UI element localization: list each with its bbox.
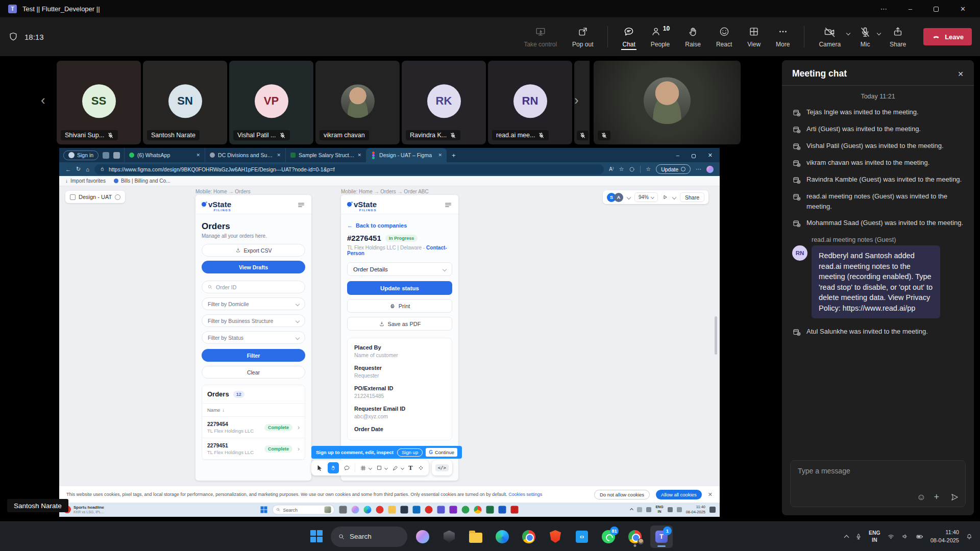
taskbar-file-explorer-icon[interactable] [464, 525, 487, 548]
participant-tile[interactable]: RK Ravindra K... [402, 61, 486, 144]
app-icon[interactable] [450, 506, 457, 514]
taskbar-edge-icon[interactable] [491, 525, 513, 548]
hamburger-menu-icon[interactable] [297, 201, 305, 209]
tab-close-icon[interactable]: ✕ [438, 153, 443, 158]
tray-icon[interactable] [646, 507, 651, 512]
start-button-icon[interactable] [310, 530, 324, 543]
app-icon[interactable] [437, 506, 445, 514]
hand-tool-icon[interactable] [328, 462, 339, 473]
window-maximize-icon[interactable] [934, 7, 939, 12]
workspaces-icon[interactable] [103, 152, 109, 159]
save-as-pdf-button[interactable]: Save as PDF [347, 317, 452, 331]
mic-button[interactable]: Mic [858, 24, 872, 50]
filmstrip-next-icon[interactable]: › [574, 92, 579, 108]
share-screen-button[interactable]: Share [889, 24, 907, 50]
figma-frame-order-detail[interactable]: vStateFILINGS ←Back to companies #227645… [341, 195, 458, 481]
taskbar-whatsapp-icon[interactable]: 81 [597, 525, 620, 548]
outlook-icon[interactable] [413, 506, 421, 514]
order-row[interactable]: 2279454TL Flex Holdings LLC Complete › [202, 417, 305, 438]
tray-expand-icon[interactable] [844, 535, 849, 540]
cursor-tool-icon[interactable] [316, 464, 323, 471]
pen-tool-icon[interactable] [392, 465, 399, 471]
shape-tool-icon[interactable] [376, 465, 382, 471]
shared-clock[interactable]: 11:4008-04-2025 [686, 505, 705, 515]
sort-arrow-icon[interactable]: ↓ [222, 407, 225, 413]
chevron-down-icon[interactable] [401, 466, 404, 469]
frame-label[interactable]: Mobile: Home → Orders [195, 189, 251, 194]
browser-tab-dc-divisions[interactable]: DC Divisions and Surroundings✕ [205, 148, 285, 162]
camera-button[interactable]: Camera [818, 24, 842, 50]
filter-domicile-dropdown[interactable]: Filter by Domicile [202, 297, 305, 310]
collaborator-avatar[interactable]: A [614, 193, 623, 202]
participant-tile[interactable]: SS Shivani Sup... [57, 61, 141, 144]
participant-tile[interactable]: RN read.ai mee... [488, 61, 572, 144]
back-icon[interactable]: ← [65, 166, 71, 172]
print-button[interactable]: Print [347, 299, 452, 313]
leave-button[interactable]: Leave [923, 28, 972, 45]
browser-tab-figma-active[interactable]: Design - UAT – Figma✕ [366, 148, 447, 162]
window-close-icon[interactable]: ✕ [960, 5, 966, 13]
filter-button[interactable]: Filter [202, 349, 305, 362]
tray-expand-icon[interactable] [630, 508, 633, 511]
wifi-icon[interactable] [887, 533, 895, 540]
notification-icon[interactable] [709, 507, 716, 513]
pop-out-button[interactable]: Pop out [571, 24, 594, 50]
resources-tool-icon[interactable] [418, 465, 424, 471]
copilot-icon[interactable] [706, 166, 714, 173]
browser-maximize-icon[interactable] [692, 154, 696, 158]
cookie-close-icon[interactable]: ✕ [708, 491, 713, 498]
people-button[interactable]: 10 People [650, 24, 671, 50]
back-to-companies-link[interactable]: ←Back to companies [347, 222, 452, 229]
more-button[interactable]: More [775, 24, 791, 50]
react-button[interactable]: React [715, 24, 733, 50]
browser-close-icon[interactable]: ✕ [708, 152, 713, 159]
favorite-star-icon[interactable]: ☆ [619, 166, 624, 172]
chevron-down-icon[interactable] [384, 466, 388, 469]
dev-mode-toggle[interactable]: </> [432, 460, 452, 475]
order-details-dropdown[interactable]: Order Details [347, 262, 452, 276]
participant-tile-spotlight[interactable] [594, 61, 741, 144]
word-icon[interactable] [499, 506, 506, 514]
text-tool-icon[interactable]: T [408, 464, 413, 472]
read-aloud-icon[interactable]: A⁾ [609, 166, 614, 172]
taskbar-app-icon[interactable] [438, 525, 460, 548]
chat-button[interactable]: Chat [621, 24, 636, 50]
taskbar-vscode-icon[interactable]: ‹› [571, 525, 593, 548]
attach-plus-icon[interactable]: + [934, 492, 939, 503]
volume-icon[interactable] [901, 533, 909, 540]
figma-share-button[interactable]: Share [680, 192, 704, 202]
extensions-icon[interactable] [629, 166, 635, 172]
wifi-icon[interactable] [668, 507, 673, 512]
language-indicator[interactable]: ENGIN [869, 530, 880, 543]
browser-menu-icon[interactable]: ⋯ [696, 166, 701, 172]
comment-tool-icon[interactable] [344, 465, 350, 471]
filmstrip-prev-icon[interactable]: ‹ [41, 92, 45, 108]
collections-star-icon[interactable]: ☆ [646, 166, 651, 172]
tray-mic-icon[interactable] [855, 533, 862, 540]
hamburger-menu-icon[interactable] [444, 201, 452, 209]
taskbar-chrome-profile-icon[interactable] [624, 525, 646, 548]
vertical-tabs-icon[interactable] [113, 152, 120, 159]
browser-update-button[interactable]: Update [656, 164, 691, 174]
folder-icon[interactable] [388, 506, 396, 514]
chrome-icon[interactable] [474, 506, 482, 514]
banner-google-continue-button[interactable]: GContinue [426, 448, 457, 457]
filter-status-dropdown[interactable]: Filter by Status [202, 331, 305, 344]
view-drafts-button[interactable]: View Drafts [202, 261, 305, 273]
frame-tool-icon[interactable] [360, 465, 366, 471]
taskbar-brave-icon[interactable] [544, 525, 567, 548]
browser-tab-salary-sheet[interactable]: Sample Salary Structure with calc✕ [285, 148, 366, 162]
chat-message-input[interactable] [791, 461, 965, 481]
import-favorites-link[interactable]: ↓Import favorites [65, 178, 106, 184]
app-icon[interactable] [339, 506, 347, 514]
figma-file-chip[interactable]: Design - UAT [65, 191, 125, 203]
home-icon[interactable]: ⌂ [86, 166, 89, 172]
send-icon[interactable] [950, 493, 959, 502]
shared-search-box[interactable]: Search [273, 505, 335, 515]
figma-frame-orders[interactable]: vStateFILINGS Orders Manage all your ord… [195, 195, 311, 481]
mic-options-chevron-icon[interactable] [877, 31, 881, 35]
app-icon[interactable] [401, 506, 408, 514]
order-id-search-input[interactable]: Order ID [202, 281, 305, 293]
taskbar-search-box[interactable]: Search [331, 527, 407, 547]
frame-label[interactable]: Mobile: Home → Orders → Order ABC [341, 189, 429, 194]
